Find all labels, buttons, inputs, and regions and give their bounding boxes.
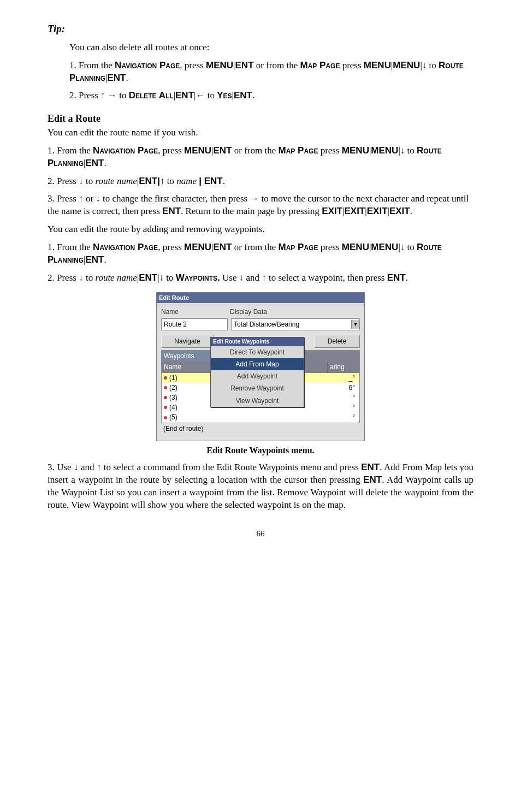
route-name-var: route name (95, 176, 137, 186)
edit-step1: 1. From the Navigation Page, press MENU|… (48, 145, 473, 170)
edit-step2: 2. Press ↓ to route name|ENT|↑ to name |… (48, 175, 473, 188)
tip-step1: 1. From the Navigation Page, press MENU|… (69, 60, 473, 85)
ent-key: ENT (107, 73, 126, 83)
text: Use ↓ and ↑ to select a waypoint, then p… (220, 272, 387, 283)
ent-key: ENT (139, 272, 157, 283)
delete-all-label: Delete All (129, 90, 174, 100)
text: press (342, 60, 364, 70)
name-label: Name (161, 306, 227, 317)
text: 2. Press (69, 90, 100, 100)
bearing-value: ° (352, 413, 355, 422)
exit-key: EXIT (389, 206, 410, 216)
text: 3. Use ↓ and ↑ to select a command from … (48, 462, 361, 472)
pipe-ent: | ENT (199, 176, 222, 186)
text: , press (158, 145, 184, 156)
edit-step3: 3. Press ↑ or ↓ to change the first char… (48, 193, 473, 218)
ent-key: ENT (361, 462, 380, 472)
window-title: Edit Route (157, 293, 364, 303)
ent-key: ENT (214, 242, 232, 252)
ent-key: ENT (175, 90, 194, 100)
text: , press (180, 60, 206, 70)
text: to (117, 90, 129, 100)
text: . Return to the main page by pressing (181, 206, 322, 216)
col-name: Name (162, 361, 214, 372)
menu-item-remove-waypoint[interactable]: Remove Waypoint (211, 382, 304, 394)
waypoint-dot-icon (164, 396, 167, 399)
ent-key: ENT (234, 90, 252, 100)
tip-step2: 2. Press ↑ → to Delete All|ENT|← to Yes|… (69, 90, 473, 102)
menu-item-add-waypoint[interactable]: Add Waypoint (211, 370, 304, 382)
map-page-label: Map Page (300, 60, 340, 70)
nav-page-label: Navigation Page (93, 145, 158, 156)
yes-label: Yes (217, 90, 232, 100)
name-var: name (176, 176, 197, 186)
edit-route-window: Edit Route Name Display Data Route 2 Tot… (156, 292, 365, 441)
menu-key: MENU (371, 145, 398, 156)
map-page-label: Map Page (279, 145, 318, 156)
nav-page-label: Navigation Page (115, 60, 180, 70)
text: to (164, 176, 176, 186)
route-value: Route 2 (164, 320, 187, 329)
edit-wp-step1: 1. From the Navigation Page, press MENU|… (48, 241, 473, 266)
map-page-label: Map Page (279, 242, 318, 252)
menu-item-view-waypoint[interactable]: View Waypoint (211, 395, 304, 407)
page-number: 66 (48, 528, 473, 539)
text: to (427, 60, 439, 70)
tip-intro: You can also delete all routes at once: (69, 42, 473, 54)
text: or from the (232, 145, 279, 156)
figure-caption: Edit Route Waypoints menu. (48, 444, 473, 457)
exit-key: EXIT (345, 206, 365, 216)
waypoint-dot-icon (164, 376, 167, 380)
text: 2. Press (48, 272, 79, 283)
chevron-down-icon[interactable]: ▼ (351, 320, 359, 329)
route-name-var: route name (95, 272, 137, 283)
menu-key: MENU (371, 242, 398, 252)
text: or from the (254, 60, 300, 70)
text: to (205, 90, 217, 100)
delete-button[interactable]: Delete (314, 335, 360, 348)
display-data-label: Display Data (230, 306, 267, 317)
ent-key: ENT (85, 158, 104, 168)
bearing-value: 6° (349, 383, 355, 392)
waypoints-label: Waypoints. (176, 272, 220, 283)
menu-key: MENU (342, 145, 369, 156)
text: press (318, 145, 341, 156)
context-menu-title: Edit Route Waypoints (211, 337, 304, 346)
ent-key: ENT (162, 206, 181, 216)
text: press (318, 242, 341, 252)
text: 1. From the (48, 145, 93, 156)
waypoint-dot-icon (164, 386, 167, 389)
menu-item-direct-to[interactable]: Direct To Waypoint (211, 346, 304, 358)
navigate-button[interactable]: Navigate (161, 335, 214, 348)
ent-key: ENT (387, 272, 406, 283)
bearing-value: ° (352, 393, 355, 402)
waypoints-tab[interactable]: Waypoints (162, 351, 214, 361)
edit-intro: You can edit the route name if you wish. (48, 127, 473, 139)
ent-key: ENT (214, 145, 232, 156)
menu-key: MENU (364, 60, 391, 70)
ent-key: ENT (235, 60, 254, 70)
menu-item-add-from-map[interactable]: Add From Map (211, 358, 304, 370)
text: to (84, 272, 96, 283)
waypoint-dot-icon (164, 406, 167, 409)
row-label: (2) (169, 383, 177, 392)
exit-key: EXIT (367, 206, 388, 216)
text: to (84, 176, 96, 186)
end-of-route: (End of route) (161, 423, 360, 434)
bearing-value: _° (349, 374, 355, 382)
text: 1. From the (69, 60, 115, 70)
bearing-value: ° (352, 403, 355, 412)
ent-key: ENT (363, 475, 382, 485)
text: or from the (232, 242, 279, 252)
table-row[interactable]: (5)° (162, 412, 359, 422)
row-label: (1) (169, 374, 177, 382)
edit-wp-step2: 2. Press ↓ to route name|ENT|↓ to Waypoi… (48, 272, 473, 285)
route-name-input[interactable]: Route 2 (161, 318, 228, 330)
display-data-dropdown[interactable]: Total Distance/Bearing ▼ (231, 318, 360, 330)
dropdown-value: Total Distance/Bearing (234, 320, 299, 329)
edit-can-edit: You can edit the route by adding and rem… (48, 223, 473, 236)
exit-key: EXIT (322, 206, 342, 216)
waypoint-dot-icon (164, 416, 167, 419)
menu-key: MENU (342, 242, 369, 252)
text: to (164, 272, 176, 283)
